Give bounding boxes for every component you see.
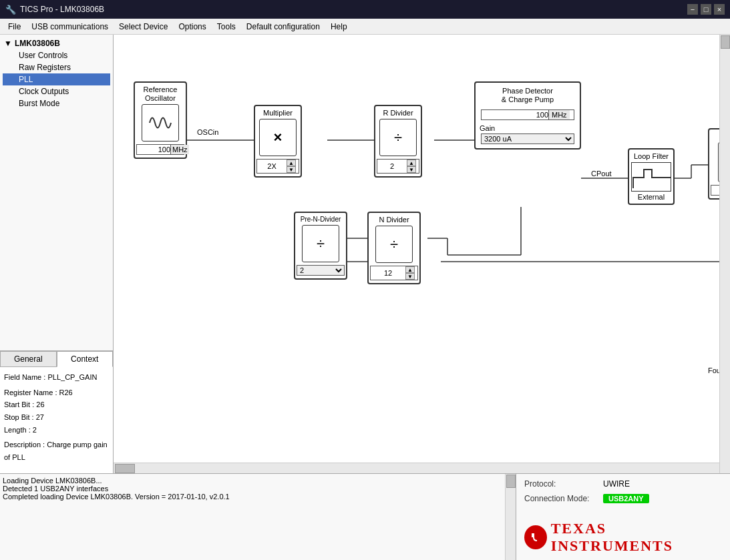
pd-freq-input[interactable]: MHz [481, 109, 574, 120]
connection-value: USB2ANY [603, 494, 649, 503]
n-div-spin-down[interactable]: ▼ [405, 273, 415, 280]
tree-root-label: LMK03806B [15, 39, 60, 48]
v-scrollbar[interactable] [719, 35, 730, 473]
protocol-label: Protocol: [524, 479, 598, 489]
cpout-label: CPout [591, 170, 612, 178]
sidebar-item-burst-mode[interactable]: Burst Mode [3, 97, 110, 109]
menu-help[interactable]: Help [325, 19, 353, 34]
h-scrollbar[interactable] [114, 463, 719, 473]
window-title: TICS Pro - LMK03806B [20, 5, 104, 14]
pll-diagram: OSCin CPout Fout ReferenceOscillator MHz [120, 41, 721, 328]
ref-osc-symbol [142, 104, 179, 142]
connection-label: Connection Mode: [524, 494, 598, 503]
menu-tools[interactable]: Tools [212, 19, 241, 34]
phase-detector-block: Phase Detector& Charge Pump MHz Gain 320… [474, 81, 581, 150]
maximize-button[interactable]: □ [701, 4, 711, 15]
log-scroll-thumb[interactable] [506, 475, 516, 488]
menu-select-device[interactable]: Select Device [114, 19, 173, 34]
ti-company-name: TEXAS INSTRUMENTS [551, 520, 722, 555]
mult-spin-down[interactable]: ▼ [287, 166, 296, 173]
stop-bit-label: Stop Bit [4, 413, 30, 421]
title-bar-left: 🔧 TICS Pro - LMK03806B [5, 5, 104, 15]
register-name-value: R26 [59, 388, 73, 396]
loop-filter-subtitle: External [638, 193, 665, 201]
sidebar-item-raw-registers[interactable]: Raw Registers [3, 61, 110, 73]
n-divider-input[interactable]: ▲ ▼ [370, 266, 418, 280]
length-value: 2 [33, 426, 37, 434]
title-bar: 🔧 TICS Pro - LMK03806B − □ × [0, 0, 730, 19]
menu-file[interactable]: File [3, 19, 26, 34]
register-name-label: Register Name [4, 388, 53, 396]
menu-bar: File USB communications Select Device Op… [0, 19, 730, 35]
protocol-row: Protocol: UWIRE [524, 479, 722, 489]
minimize-button[interactable]: − [687, 4, 698, 15]
menu-default-config[interactable]: Default configuration [241, 19, 325, 34]
mult-spin-up[interactable]: ▲ [287, 160, 296, 166]
pre-n-divider-title: Pre-N-Divider [301, 216, 341, 224]
ref-osc-title: ReferenceOscillator [144, 85, 178, 103]
tab-general[interactable]: General [0, 351, 57, 366]
tab-context[interactable]: Context [57, 351, 114, 367]
ref-osc-freq-unit: MHz [170, 145, 189, 154]
oscin-label: OSCin [197, 128, 218, 136]
r-divider-symbol: ÷ [379, 119, 417, 156]
context-panel: Field Name : PLL_CP_GAIN Register Name :… [0, 366, 113, 473]
svg-point-26 [527, 529, 544, 546]
menu-options[interactable]: Options [173, 19, 211, 34]
ref-osc-freq-value[interactable] [137, 145, 170, 154]
phase-detector-title: Phase Detector& Charge Pump [502, 87, 554, 104]
n-div-spin-up[interactable]: ▲ [405, 266, 415, 273]
multiplier-block: Multiplier × ▲ ▼ [254, 105, 302, 178]
stop-bit-value: 27 [36, 413, 44, 421]
stop-bit-row: Stop Bit : 27 [4, 411, 109, 424]
gain-label: Gain [480, 124, 495, 132]
multiplier-input[interactable]: ▲ ▼ [256, 159, 299, 174]
right-status-panel: Protocol: UWIRE Connection Mode: USB2ANY… [516, 474, 730, 560]
pre-n-divider-symbol: ÷ [302, 225, 339, 262]
length-row: Length : 2 [4, 424, 109, 437]
loop-filter-block: Loop Filter External [628, 148, 675, 205]
multiplier-value[interactable] [257, 162, 287, 170]
title-bar-controls[interactable]: − □ × [687, 4, 725, 15]
log-v-scrollbar[interactable] [505, 474, 516, 560]
start-bit-value: 26 [36, 400, 44, 408]
connection-row: Connection Mode: USB2ANY [524, 494, 722, 503]
register-name-row: Register Name : R26 [4, 386, 109, 399]
r-divider-title: R Divider [383, 109, 413, 117]
n-divider-symbol: ÷ [375, 226, 413, 263]
ref-osc-block: ReferenceOscillator MHz [134, 81, 187, 159]
r-div-spin-up[interactable]: ▲ [407, 160, 416, 166]
r-divider-block: R Divider ÷ ▲ ▼ [374, 105, 422, 178]
sidebar: ▼ LMK03806B User Controls Raw Registers … [0, 35, 114, 473]
log-line-1: Loading Device LMK03806B... [3, 477, 513, 485]
tree-root-lmk[interactable]: ▼ LMK03806B [3, 37, 110, 49]
tree-expand-icon: ▼ [4, 39, 12, 48]
h-scroll-thumb[interactable] [115, 464, 135, 473]
loop-filter-symbol [631, 162, 671, 192]
pd-freq-unit: MHz [548, 110, 570, 119]
start-bit-row: Start Bit : 26 [4, 398, 109, 411]
n-divider-value[interactable] [371, 269, 405, 277]
gain-select[interactable]: 3200 uA 800 uA 1600 uA [481, 133, 574, 144]
pd-freq-value[interactable] [482, 111, 548, 119]
log-panel: Loading Device LMK03806B... Detected 1 U… [0, 474, 516, 560]
sidebar-item-pll[interactable]: PLL [3, 73, 110, 85]
description-label: Description [4, 441, 41, 449]
multiplier-title: Multiplier [263, 109, 293, 117]
r-divider-input[interactable]: ▲ ▼ [377, 159, 419, 174]
sidebar-item-user-controls[interactable]: User Controls [3, 49, 110, 61]
multiplier-symbol: × [259, 119, 297, 156]
menu-usb[interactable]: USB communications [26, 19, 114, 34]
field-name-row: Field Name : PLL_CP_GAIN [4, 371, 109, 384]
log-line-3: Completed loading Device LMK03806B. Vers… [3, 493, 513, 501]
close-button[interactable]: × [714, 4, 725, 15]
pre-n-divider-select[interactable]: 2 4 8 [297, 265, 345, 276]
sidebar-item-clock-outputs[interactable]: Clock Outputs [3, 85, 110, 97]
r-divider-value[interactable] [377, 162, 407, 170]
r-div-spin-down[interactable]: ▼ [407, 166, 416, 173]
scroll-thumb[interactable] [721, 35, 730, 49]
ref-osc-freq-input[interactable]: MHz [136, 144, 184, 155]
loop-filter-title: Loop Filter [634, 152, 669, 161]
pre-n-divider-block: Pre-N-Divider ÷ 2 4 8 [294, 212, 347, 280]
n-divider-title: N Divider [379, 216, 409, 224]
